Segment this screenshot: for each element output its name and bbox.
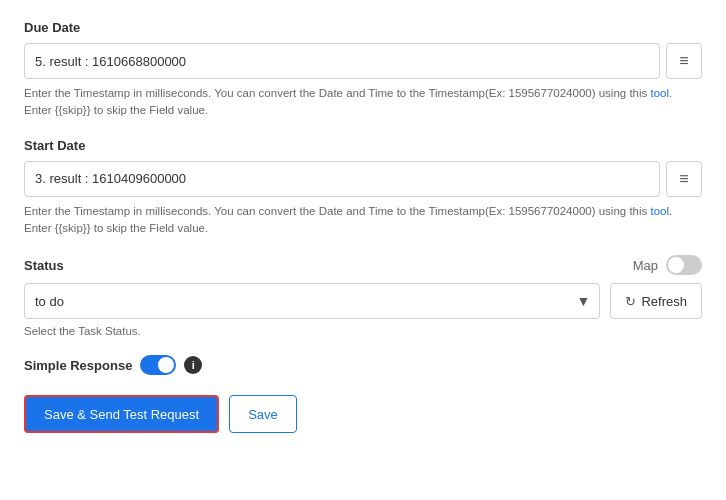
simple-response-label: Simple Response: [24, 358, 132, 373]
due-date-tool-link[interactable]: tool: [651, 87, 670, 99]
info-icon[interactable]: i: [184, 356, 202, 374]
hamburger-icon: ≡: [679, 171, 688, 187]
due-date-helper: Enter the Timestamp in milliseconds. You…: [24, 85, 702, 120]
start-date-menu-button[interactable]: ≡: [666, 161, 702, 197]
simple-response-toggle[interactable]: [140, 355, 176, 375]
save-send-test-button[interactable]: Save & Send Test Request: [24, 395, 219, 433]
status-select[interactable]: to do in progress done: [24, 283, 600, 319]
due-date-menu-button[interactable]: ≡: [666, 43, 702, 79]
refresh-icon: ↻: [625, 294, 636, 309]
start-date-input[interactable]: [24, 161, 660, 197]
save-button[interactable]: Save: [229, 395, 297, 433]
hamburger-icon: ≡: [679, 53, 688, 69]
start-date-helper: Enter the Timestamp in milliseconds. You…: [24, 203, 702, 238]
start-date-tool-link[interactable]: tool: [651, 205, 670, 217]
map-toggle-knob: [668, 257, 684, 273]
status-helper-text: Select the Task Status.: [24, 325, 702, 337]
simple-response-toggle-knob: [158, 357, 174, 373]
map-label: Map: [633, 258, 658, 273]
map-toggle[interactable]: [666, 255, 702, 275]
refresh-button[interactable]: ↻ Refresh: [610, 283, 702, 319]
due-date-input[interactable]: [24, 43, 660, 79]
due-date-label: Due Date: [24, 20, 702, 35]
status-label: Status: [24, 258, 64, 273]
status-select-wrapper: to do in progress done ▼: [24, 283, 600, 319]
start-date-label: Start Date: [24, 138, 702, 153]
